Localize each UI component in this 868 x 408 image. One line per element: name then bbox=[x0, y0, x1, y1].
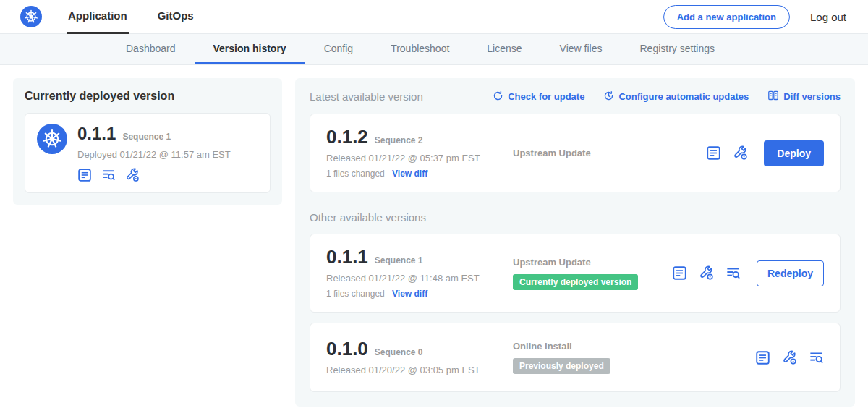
tab-gitops-label: GitOps bbox=[158, 9, 194, 22]
subnav-item-license[interactable]: License bbox=[468, 34, 540, 64]
other-versions-title: Other available versions bbox=[310, 211, 841, 224]
deployed-version-row: 0.1.1 Sequence 1 bbox=[77, 125, 231, 143]
version-number: 0.1.0 bbox=[326, 339, 368, 358]
check-for-update-link[interactable]: Check for update bbox=[493, 90, 584, 103]
app-subnav: Dashboard Version history Config Trouble… bbox=[0, 34, 868, 65]
sequence-label: Sequence 1 bbox=[375, 255, 423, 265]
diff-columns-icon bbox=[767, 90, 779, 103]
version-card-0-1-0: 0.1.0 Sequence 0 Released 01/20/22 @ 03:… bbox=[310, 323, 841, 392]
release-notes-icon[interactable] bbox=[672, 265, 687, 281]
version-card-0-1-2: 0.1.2 Sequence 2 Released 01/21/22 @ 05:… bbox=[310, 114, 841, 192]
previously-deployed-badge: Previously deployed bbox=[513, 358, 610, 374]
header-actions: Check for update Configure automatic upd… bbox=[493, 90, 841, 103]
view-diff-link[interactable]: View diff bbox=[392, 169, 427, 179]
latest-title: Latest available version bbox=[310, 90, 423, 103]
subnav-item-registry-settings[interactable]: Registry settings bbox=[621, 34, 733, 64]
version-number: 0.1.1 bbox=[326, 247, 368, 266]
version-actions: Redeploy bbox=[665, 260, 824, 286]
source-label: Upstream Update bbox=[513, 148, 591, 158]
currently-deployed-badge: Currently deployed version bbox=[513, 274, 638, 290]
sequence-label: Sequence 2 bbox=[375, 135, 423, 145]
files-changed-label: 1 files changed bbox=[326, 289, 385, 299]
deploy-button[interactable]: Deploy bbox=[764, 140, 824, 166]
config-icon[interactable] bbox=[699, 265, 714, 281]
check-for-update-label: Check for update bbox=[508, 91, 584, 102]
tab-application-label: Application bbox=[68, 9, 127, 22]
files-row: 1 files changed View diff bbox=[326, 289, 513, 299]
view-diff-link[interactable]: View diff bbox=[392, 289, 427, 299]
deployed-actions bbox=[77, 168, 231, 182]
version-info: 0.1.1 Sequence 1 Released 01/21/22 @ 11:… bbox=[326, 247, 513, 299]
latest-header: Latest available version Check for updat… bbox=[310, 90, 841, 103]
view-files-icon[interactable] bbox=[726, 265, 741, 281]
config-icon[interactable] bbox=[782, 350, 797, 365]
source-label: Upstream Update bbox=[513, 257, 591, 268]
kubernetes-logo-icon bbox=[20, 6, 42, 27]
version-number: 0.1.2 bbox=[326, 127, 368, 146]
subnav-item-dashboard[interactable]: Dashboard bbox=[107, 34, 195, 64]
config-icon[interactable] bbox=[125, 168, 140, 182]
view-files-icon[interactable] bbox=[809, 350, 824, 365]
version-row: 0.1.2 Sequence 2 bbox=[326, 127, 513, 146]
configure-automatic-updates-link[interactable]: Configure automatic updates bbox=[603, 90, 749, 103]
release-notes-icon[interactable] bbox=[755, 350, 770, 365]
version-info: 0.1.2 Sequence 2 Released 01/21/22 @ 05:… bbox=[326, 127, 513, 179]
version-source: Upstream Update bbox=[513, 148, 699, 158]
version-history-panel: Latest available version Check for updat… bbox=[295, 78, 855, 407]
add-application-button[interactable]: Add a new application bbox=[663, 5, 790, 29]
diff-versions-link[interactable]: Diff versions bbox=[767, 90, 841, 103]
deployed-panel-title: Currently deployed version bbox=[25, 90, 271, 103]
subnav-item-version-history[interactable]: Version history bbox=[195, 34, 305, 64]
version-source: Upstream Update Currently deployed versi… bbox=[513, 257, 665, 290]
version-info: 0.1.0 Sequence 0 Released 01/20/22 @ 03:… bbox=[326, 339, 513, 375]
deployed-version-number: 0.1.1 bbox=[77, 125, 116, 143]
top-bar: Application GitOps Add a new application… bbox=[0, 0, 868, 34]
files-changed-label: 1 files changed bbox=[326, 169, 385, 179]
tab-application[interactable]: Application bbox=[67, 0, 129, 34]
clock-refresh-icon bbox=[603, 90, 614, 103]
deployed-version-card: 0.1.1 Sequence 1 Deployed 01/21/22 @ 11:… bbox=[25, 113, 271, 193]
logout-button[interactable]: Log out bbox=[810, 11, 846, 23]
main-content: Currently deployed version 0.1.1 Sequenc… bbox=[0, 65, 868, 408]
config-icon[interactable] bbox=[733, 145, 748, 161]
version-card-0-1-1: 0.1.1 Sequence 1 Released 01/21/22 @ 11:… bbox=[310, 234, 841, 313]
tab-gitops[interactable]: GitOps bbox=[156, 0, 195, 34]
version-actions: Deploy bbox=[699, 140, 824, 166]
deployed-sequence-label: Sequence 1 bbox=[122, 132, 171, 142]
view-files-icon[interactable] bbox=[101, 168, 116, 182]
deployed-timestamp: Deployed 01/21/22 @ 11:57 am EST bbox=[77, 149, 231, 160]
sequence-label: Sequence 0 bbox=[375, 347, 423, 357]
subnav-item-config[interactable]: Config bbox=[305, 34, 372, 64]
release-notes-icon[interactable] bbox=[706, 145, 721, 161]
version-actions bbox=[748, 350, 824, 365]
source-label: Online Install bbox=[513, 341, 572, 352]
subnav-item-view-files[interactable]: View files bbox=[541, 34, 621, 64]
version-row: 0.1.1 Sequence 1 bbox=[326, 247, 513, 266]
deployed-card-body: 0.1.1 Sequence 1 Deployed 01/21/22 @ 11:… bbox=[77, 124, 231, 182]
diff-versions-label: Diff versions bbox=[783, 91, 841, 102]
version-source: Online Install Previously deployed bbox=[513, 341, 748, 374]
files-row: 1 files changed View diff bbox=[326, 169, 513, 179]
released-timestamp: Released 01/20/22 @ 03:05 pm EST bbox=[326, 365, 513, 375]
app-icon bbox=[37, 124, 67, 182]
refresh-icon bbox=[493, 90, 503, 103]
currently-deployed-panel: Currently deployed version 0.1.1 Sequenc… bbox=[13, 78, 282, 205]
subnav-item-troubleshoot[interactable]: Troubleshoot bbox=[372, 34, 468, 64]
redeploy-button[interactable]: Redeploy bbox=[757, 260, 824, 286]
released-timestamp: Released 01/21/22 @ 11:48 am EST bbox=[326, 273, 513, 284]
version-row: 0.1.0 Sequence 0 bbox=[326, 339, 513, 358]
configure-automatic-updates-label: Configure automatic updates bbox=[618, 91, 749, 102]
release-notes-icon[interactable] bbox=[77, 168, 92, 182]
released-timestamp: Released 01/21/22 @ 05:37 pm EST bbox=[326, 153, 513, 163]
